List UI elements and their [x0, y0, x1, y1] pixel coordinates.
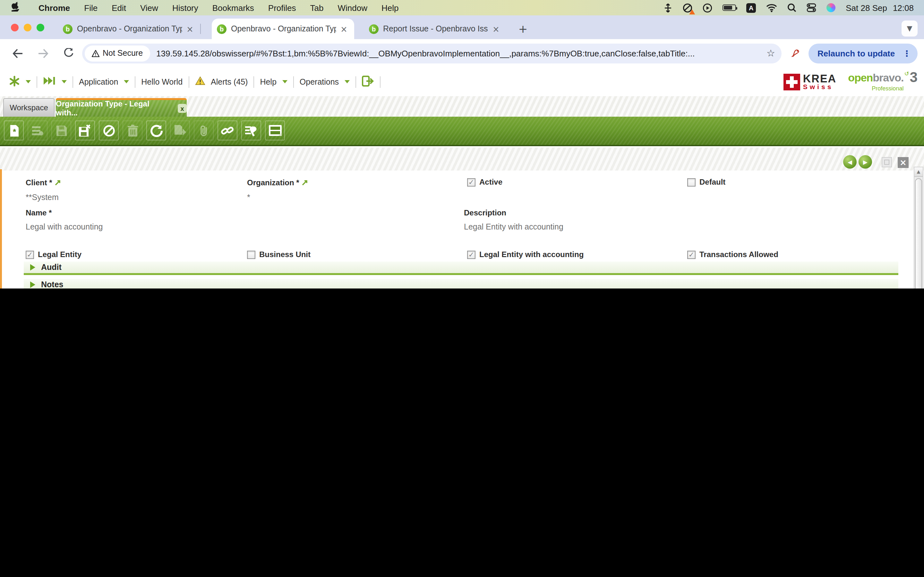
- transactions-allowed-label: Transactions Allowed: [699, 250, 779, 259]
- default-checkbox[interactable]: [687, 178, 696, 186]
- tools-button[interactable]: [241, 121, 261, 140]
- menu-view[interactable]: View: [140, 3, 158, 13]
- openbravo-logo-three: 3: [910, 72, 918, 83]
- transactions-allowed-checkbox[interactable]: ✓: [687, 250, 696, 259]
- window-close-button[interactable]: [11, 24, 19, 31]
- tab-close-button[interactable]: x: [178, 104, 187, 113]
- undo-button[interactable]: [99, 121, 119, 140]
- help-menu[interactable]: Help: [260, 77, 276, 86]
- tab-search-chevron-button[interactable]: ▼: [901, 21, 918, 37]
- menu-file[interactable]: File: [84, 3, 97, 13]
- menu-history[interactable]: History: [172, 3, 198, 13]
- not-secure-chip[interactable]: Not Secure: [85, 45, 150, 61]
- bookmark-star-icon[interactable]: ☆: [766, 47, 775, 59]
- tab-title: Report Issue - Openbravo Iss: [383, 24, 488, 33]
- help-dropdown-icon[interactable]: [282, 80, 288, 83]
- export-button[interactable]: [170, 121, 190, 140]
- active-checkbox[interactable]: ✓: [467, 178, 475, 186]
- alerts-link[interactable]: Alerts (45): [211, 77, 248, 86]
- next-record-button[interactable]: ▶: [859, 155, 872, 169]
- menu-tab[interactable]: Tab: [310, 3, 324, 13]
- menu-profiles[interactable]: Profiles: [268, 3, 296, 13]
- workspace-star-icon[interactable]: [9, 75, 20, 88]
- section-audit[interactable]: Audit: [24, 261, 898, 275]
- default-label: Default: [699, 177, 725, 187]
- vertical-scrollbar[interactable]: ▲ ▼: [914, 167, 923, 288]
- menu-chrome[interactable]: Chrome: [39, 3, 70, 13]
- logout-icon[interactable]: [362, 75, 374, 88]
- client-value[interactable]: **System: [26, 193, 59, 202]
- wifi-icon[interactable]: [766, 3, 777, 12]
- maximize-view-button[interactable]: [882, 157, 892, 167]
- organization-value[interactable]: *: [247, 193, 250, 202]
- scrollbar-thumb[interactable]: [915, 178, 922, 288]
- browser-tab-3[interactable]: b Report Issue - Openbravo Iss ×: [364, 19, 506, 39]
- menu-help[interactable]: Help: [381, 3, 399, 13]
- new-tab-button[interactable]: +: [517, 23, 529, 36]
- relaunch-to-update-button[interactable]: Relaunch to update ⋮: [809, 43, 917, 63]
- input-source-icon[interactable]: A: [746, 3, 756, 13]
- user-name[interactable]: Hello World: [141, 77, 183, 86]
- section-notes[interactable]: Notes: [24, 279, 898, 288]
- save-and-close-button[interactable]: [75, 121, 95, 140]
- tab-workspace[interactable]: Workspace: [3, 98, 55, 117]
- collapsed-arrow-icon: [30, 264, 35, 271]
- legal-entity-accounting-checkbox[interactable]: ✓: [467, 250, 475, 259]
- legal-entity-checkbox[interactable]: ✓: [26, 250, 34, 259]
- window-minimize-button[interactable]: [24, 24, 31, 31]
- save-button[interactable]: [51, 121, 71, 140]
- workspace-dropdown-icon[interactable]: [26, 80, 31, 83]
- close-view-button[interactable]: ×: [898, 157, 909, 168]
- chrome-tab-strip: b Openbravo - Organization Typ × b Openb…: [0, 15, 924, 39]
- delete-button[interactable]: [123, 121, 142, 140]
- quick-launch-dropdown-icon[interactable]: [61, 80, 67, 83]
- control-center-icon[interactable]: [806, 3, 816, 12]
- application-dropdown-icon[interactable]: [124, 80, 129, 83]
- quick-launch-icon[interactable]: [43, 76, 56, 87]
- tab-close-icon[interactable]: ×: [185, 24, 195, 34]
- menubar-clock[interactable]: Sat 28 Sep 12:08: [846, 3, 914, 13]
- name-value[interactable]: Legal with accounting: [26, 222, 103, 231]
- link-button[interactable]: [218, 121, 237, 140]
- browser-tab-2-active[interactable]: b Openbravo - Organization Typ ×: [212, 19, 354, 39]
- attachment-button[interactable]: [194, 121, 214, 140]
- operations-menu[interactable]: Operations: [300, 77, 339, 86]
- window-zoom-button[interactable]: [37, 24, 44, 31]
- openbravo-favicon: b: [217, 24, 226, 34]
- menu-edit[interactable]: Edit: [111, 3, 126, 13]
- address-bar[interactable]: Not Secure 139.59.145.28/obswisserp/#%7B…: [82, 43, 782, 63]
- operations-dropdown-icon[interactable]: [344, 80, 350, 83]
- extension-icon[interactable]: [790, 48, 801, 58]
- grid-settings-button[interactable]: [27, 121, 47, 140]
- apple-menu-icon[interactable]: [11, 2, 20, 13]
- browser-menu-kebab-icon[interactable]: ⋮: [900, 48, 913, 58]
- new-record-button[interactable]: *: [4, 121, 24, 140]
- description-value[interactable]: Legal Entity with accounting: [464, 222, 564, 231]
- refresh-button[interactable]: [146, 121, 166, 140]
- link-out-icon[interactable]: [302, 179, 309, 186]
- link-out-icon[interactable]: [55, 179, 61, 186]
- reload-button[interactable]: [60, 45, 77, 61]
- client-label: Client *: [26, 178, 61, 187]
- application-menu[interactable]: Application: [79, 77, 118, 86]
- hub-icon[interactable]: [664, 3, 672, 13]
- tab-close-icon[interactable]: ×: [491, 24, 501, 34]
- previous-record-button[interactable]: ◀: [843, 155, 857, 169]
- grid-form-toggle-button[interactable]: [265, 121, 285, 140]
- siri-icon[interactable]: [827, 3, 835, 12]
- tab-close-icon[interactable]: ×: [339, 24, 349, 34]
- business-unit-checkbox[interactable]: [247, 250, 255, 259]
- url-text[interactable]: 139.59.145.28/obswisserp/#%7Bst:1,bm:%5B…: [156, 48, 761, 58]
- forward-button[interactable]: [35, 45, 51, 61]
- menu-window[interactable]: Window: [338, 3, 368, 13]
- menu-bookmarks[interactable]: Bookmarks: [212, 3, 254, 13]
- browser-tab-1[interactable]: b Openbravo - Organization Typ ×: [58, 19, 200, 39]
- scroll-up-button[interactable]: ▲: [914, 167, 923, 177]
- tab-organization-type[interactable]: Organization Type - Legal with... x: [56, 98, 187, 117]
- battery-icon[interactable]: [722, 5, 736, 11]
- spotlight-icon[interactable]: [787, 3, 796, 12]
- openbravo-favicon: b: [63, 24, 73, 34]
- vpn-warning-icon[interactable]: [683, 3, 692, 13]
- back-button[interactable]: [9, 45, 26, 61]
- play-circle-icon[interactable]: [703, 3, 712, 13]
